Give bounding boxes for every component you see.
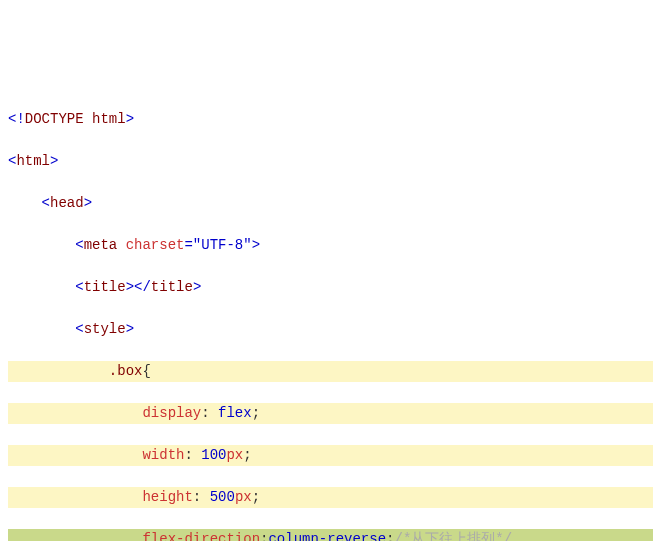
code-line: <html> [8, 151, 653, 172]
code-line: <meta charset="UTF-8"> [8, 235, 653, 256]
code-line: height: 500px; [8, 487, 653, 508]
code-line: <style> [8, 319, 653, 340]
code-line: <title></title> [8, 277, 653, 298]
code-block: <!DOCTYPE html> <html> <head> <meta char… [8, 88, 653, 541]
code-line: <head> [8, 193, 653, 214]
code-line-highlight: flex-direction:column-reverse;/*从下往上排列*/ [8, 529, 653, 541]
code-line: width: 100px; [8, 445, 653, 466]
code-line: display: flex; [8, 403, 653, 424]
code-line: .box{ [8, 361, 653, 382]
code-line: <!DOCTYPE html> [8, 109, 653, 130]
